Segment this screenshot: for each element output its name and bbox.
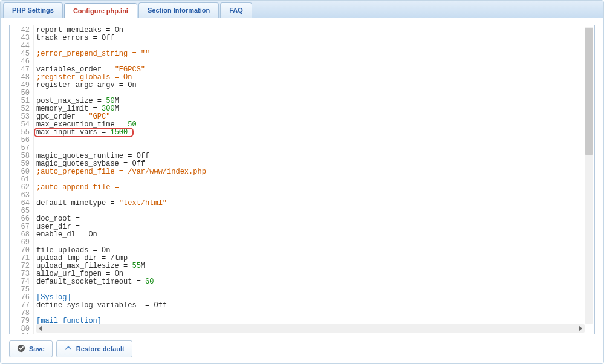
restore-button-label: Restore default xyxy=(76,345,125,353)
scroll-left-icon[interactable] xyxy=(39,325,42,331)
scroll-right-icon[interactable] xyxy=(579,325,582,331)
vertical-scrollbar[interactable] xyxy=(585,27,593,324)
line-number-gutter: 42 43 44 45 46 47 48 49 50 51 52 53 54 5… xyxy=(10,25,34,334)
check-circle-icon xyxy=(17,344,25,354)
tab-section-information[interactable]: Section Information xyxy=(138,2,219,18)
horizontal-scrollbar[interactable] xyxy=(36,324,585,333)
tab-php-settings[interactable]: PHP Settings xyxy=(3,2,63,18)
restore-default-button[interactable]: Restore default xyxy=(56,340,132,357)
editor-panel: 42 43 44 45 46 47 48 49 50 51 52 53 54 5… xyxy=(9,25,595,334)
save-button[interactable]: Save xyxy=(9,340,53,357)
tab-faq[interactable]: FAQ xyxy=(220,2,252,18)
save-button-label: Save xyxy=(29,345,45,353)
tab-configure-php-ini[interactable]: Configure php.ini xyxy=(64,3,137,18)
tab-bar: PHP SettingsConfigure php.iniSection Inf… xyxy=(1,1,603,18)
chevron-up-icon xyxy=(64,344,73,354)
footer-toolbar: Save Restore default xyxy=(9,340,132,357)
code-area[interactable]: report_memleaks = On track_errors = Off … xyxy=(34,25,594,334)
code-editor[interactable]: 42 43 44 45 46 47 48 49 50 51 52 53 54 5… xyxy=(10,25,594,334)
vertical-scroll-thumb[interactable] xyxy=(585,28,593,155)
app-window: PHP SettingsConfigure php.iniSection Inf… xyxy=(0,0,604,364)
